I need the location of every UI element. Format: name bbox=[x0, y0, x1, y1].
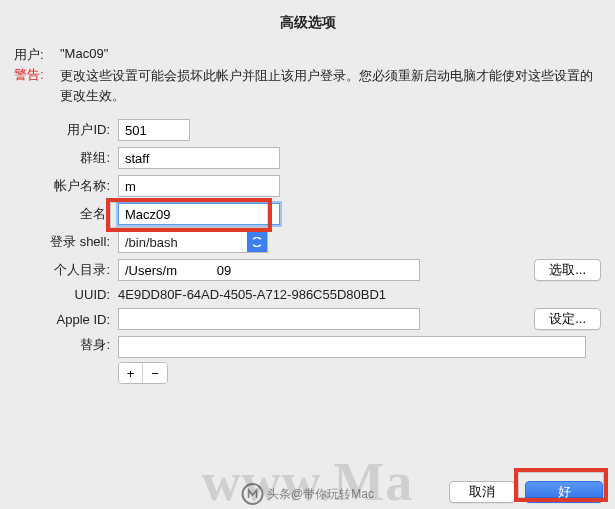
choose-home-button[interactable]: 选取... bbox=[534, 259, 601, 281]
dialog-title: 高级选项 bbox=[14, 14, 601, 32]
remove-alias-button[interactable]: − bbox=[143, 363, 167, 383]
home-dir-label: 个人目录: bbox=[14, 261, 118, 279]
aliases-add-remove: + − bbox=[118, 362, 168, 384]
aliases-label: 替身: bbox=[14, 336, 118, 354]
cancel-button[interactable]: 取消 bbox=[449, 481, 515, 503]
warning-label: 警告: bbox=[14, 66, 60, 84]
login-shell-combo[interactable]: /bin/bash bbox=[118, 231, 268, 253]
uuid-label: UUID: bbox=[14, 287, 118, 302]
appleid-field[interactable] bbox=[118, 308, 420, 330]
home-dir-field[interactable] bbox=[118, 259, 420, 281]
user-value: "Mac09" bbox=[60, 46, 108, 61]
user-row: 用户: "Mac09" bbox=[14, 46, 601, 64]
group-field[interactable] bbox=[118, 147, 280, 169]
account-name-field[interactable] bbox=[118, 175, 280, 197]
uuid-value: 4E9DD80F-64AD-4505-A712-986C55D80BD1 bbox=[118, 287, 386, 302]
form: 用户ID: 群组: 帐户名称: 全名: 登录 shell: bbox=[14, 119, 601, 384]
warning-text: 更改这些设置可能会损坏此帐户并阻止该用户登录。您必须重新启动电脑才能使对这些设置… bbox=[60, 66, 601, 105]
appleid-label: Apple ID: bbox=[14, 312, 118, 327]
add-alias-button[interactable]: + bbox=[119, 363, 143, 383]
ok-button[interactable]: 好 bbox=[525, 481, 603, 503]
userid-label: 用户ID: bbox=[14, 121, 118, 139]
account-name-label: 帐户名称: bbox=[14, 177, 118, 195]
aliases-list[interactable] bbox=[118, 336, 586, 358]
fullname-field[interactable] bbox=[118, 203, 280, 225]
set-appleid-button[interactable]: 设定... bbox=[534, 308, 601, 330]
warning-row: 警告: 更改这些设置可能会损坏此帐户并阻止该用户登录。您必须重新启动电脑才能使对… bbox=[14, 66, 601, 105]
chevron-down-icon bbox=[247, 232, 267, 252]
login-shell-value: /bin/bash bbox=[125, 235, 178, 250]
login-shell-label: 登录 shell: bbox=[14, 233, 118, 251]
fullname-label: 全名: bbox=[14, 205, 118, 223]
dialog-footer: 取消 好 bbox=[449, 481, 603, 503]
userid-field[interactable] bbox=[118, 119, 190, 141]
user-label: 用户: bbox=[14, 46, 60, 64]
advanced-options-dialog: 高级选项 用户: "Mac09" 警告: 更改这些设置可能会损坏此帐户并阻止该用… bbox=[0, 0, 615, 509]
group-label: 群组: bbox=[14, 149, 118, 167]
